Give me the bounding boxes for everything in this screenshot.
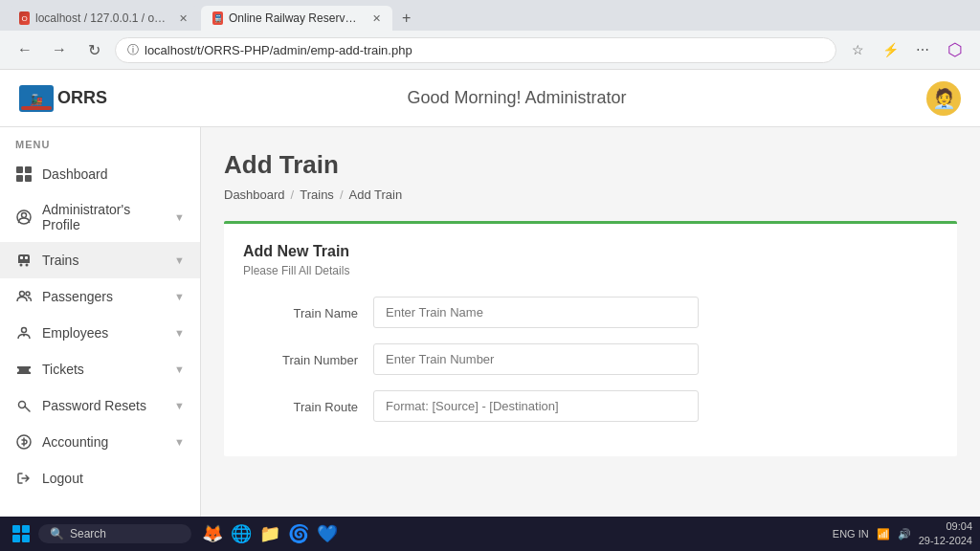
browser-tab-1[interactable]: O localhost / 127.0.0.1 / orrsphp / c...… <box>8 6 199 31</box>
svg-point-8 <box>22 213 27 218</box>
browser-tab-2[interactable]: 🚆 Online Railway Reservation Syste... ✕ <box>201 6 392 31</box>
forward-button[interactable]: → <box>46 36 73 63</box>
svg-point-13 <box>20 264 23 267</box>
sidebar-trains-label: Trains <box>42 253 165 268</box>
card-subtitle: Please Fill All Details <box>243 264 938 277</box>
taskbar-app-chrome[interactable]: 🌐 <box>228 520 255 547</box>
app-header: 🚂 ORRS Good Morning! Administrator 🧑‍💼 <box>0 70 980 127</box>
win-sq-4 <box>22 535 30 542</box>
back-button[interactable]: ← <box>11 36 38 63</box>
users-icon <box>15 288 33 305</box>
sidebar-item-passengers[interactable]: Passengers ▼ <box>0 278 200 315</box>
employees-arrow-icon: ▼ <box>174 327 185 339</box>
bookmark-button[interactable]: ☆ <box>844 36 871 63</box>
taskbar-search-text: Search <box>70 527 106 540</box>
sidebar-passengers-label: Passengers <box>42 289 165 304</box>
sidebar-item-trains[interactable]: Trains ▼ <box>0 242 200 278</box>
breadcrumb: Dashboard / Trains / Add Train <box>224 187 957 202</box>
svg-point-17 <box>22 328 27 333</box>
tickets-arrow-icon: ▼ <box>174 364 185 375</box>
browser-actions: ☆ ⚡ ⋯ ⬡ <box>844 36 969 63</box>
breadcrumb-trains[interactable]: Trains <box>300 187 334 202</box>
logo-text: ORRS <box>57 88 107 108</box>
train-icon <box>15 252 33 269</box>
sidebar-item-admin-profile[interactable]: Administrator's Profile ▼ <box>0 192 200 242</box>
tab2-close[interactable]: ✕ <box>372 12 381 25</box>
windows-start-button[interactable] <box>8 520 34 547</box>
taskbar: 🔍 Search 🦊 🌐 📁 🌀 💙 ENG IN 📶 🔊 09:04 29-1… <box>0 517 980 551</box>
win-sq-1 <box>12 525 20 533</box>
sidebar-item-accounting[interactable]: Accounting ▼ <box>0 424 200 460</box>
header-avatar[interactable]: 🧑‍💼 <box>926 81 961 116</box>
new-tab-button[interactable]: + <box>394 6 418 31</box>
win-sq-3 <box>12 535 20 542</box>
profile-button[interactable]: ⋯ <box>909 36 936 63</box>
svg-rect-2 <box>21 106 52 110</box>
address-bar[interactable]: ⓘ localhost/t/ORRS-PHP/admin/emp-add-tra… <box>115 37 836 63</box>
tab2-favicon: 🚆 <box>212 11 223 25</box>
svg-rect-6 <box>25 175 32 182</box>
sidebar-item-password-resets[interactable]: Password Resets ▼ <box>0 387 200 424</box>
logo-svg: 🚂 <box>19 85 54 112</box>
breadcrumb-sep-2: / <box>340 187 344 202</box>
sidebar-accounting-label: Accounting <box>42 434 165 450</box>
breadcrumb-dashboard[interactable]: Dashboard <box>224 187 285 202</box>
header-greeting: Good Morning! Administrator <box>407 88 626 108</box>
train-number-row: Train Number <box>243 343 938 375</box>
svg-text:🚂: 🚂 <box>30 93 43 106</box>
taskbar-sys: ENG IN 📶 🔊 09:04 29-12-2024 <box>833 519 972 549</box>
address-info-icon: ⓘ <box>127 42 139 58</box>
avatar-emoji: 🧑‍💼 <box>932 87 956 110</box>
taskbar-search[interactable]: 🔍 Search <box>38 524 191 543</box>
card-title: Add New Train <box>243 243 938 260</box>
date-display: 29-12-2024 <box>919 534 972 548</box>
extensions-button[interactable]: ⚡ <box>877 36 903 63</box>
breadcrumb-sep-1: / <box>291 187 295 202</box>
train-route-input[interactable] <box>373 390 699 422</box>
reload-button[interactable]: ↻ <box>80 36 107 63</box>
admin-profile-arrow-icon: ▼ <box>174 211 185 223</box>
page-title: Add Train <box>224 150 957 180</box>
browser-controls: ← → ↻ ⓘ localhost/t/ORRS-PHP/admin/emp-a… <box>0 31 980 69</box>
sidebar-item-employees[interactable]: Employees ▼ <box>0 315 200 351</box>
sidebar-item-logout[interactable]: Logout <box>0 460 200 496</box>
svg-rect-10 <box>20 256 23 259</box>
tab2-label: Online Railway Reservation Syste... <box>229 11 363 25</box>
tab1-label: localhost / 127.0.0.1 / orrsphp / c... <box>35 11 169 25</box>
breadcrumb-add-train: Add Train <box>349 187 403 202</box>
svg-rect-3 <box>16 166 23 173</box>
sidebar-menu-label: MENU <box>0 127 200 156</box>
taskbar-app-edge[interactable]: 🌀 <box>285 520 312 547</box>
taskbar-app-vscode[interactable]: 💙 <box>314 520 341 547</box>
logout-icon <box>15 470 33 487</box>
sidebar-logout-label: Logout <box>42 471 185 486</box>
dollar-icon <box>15 433 33 451</box>
sidebar-tickets-label: Tickets <box>42 362 165 377</box>
sidebar-employees-label: Employees <box>42 325 165 341</box>
speaker-icon: 🔊 <box>898 528 911 540</box>
svg-rect-5 <box>16 175 23 182</box>
sidebar-item-tickets[interactable]: Tickets ▼ <box>0 351 200 387</box>
svg-point-14 <box>26 264 29 267</box>
tab1-close[interactable]: ✕ <box>179 12 188 25</box>
taskbar-time: 09:04 29-12-2024 <box>919 519 972 549</box>
sidebar-password-resets-label: Password Resets <box>42 398 165 413</box>
browser-menu-button[interactable]: ⬡ <box>942 36 969 63</box>
passengers-arrow-icon: ▼ <box>174 291 185 302</box>
windows-logo <box>12 525 30 542</box>
password-resets-arrow-icon: ▼ <box>174 400 185 411</box>
train-name-row: Train Name <box>243 297 938 328</box>
train-number-input[interactable] <box>373 343 699 375</box>
taskbar-apps: 🦊 🌐 📁 🌀 💙 <box>199 520 341 547</box>
train-route-label: Train Route <box>243 390 358 414</box>
add-train-card: Add New Train Please Fill All Details Tr… <box>224 221 957 456</box>
svg-rect-4 <box>25 166 32 173</box>
key-icon <box>15 397 33 414</box>
train-name-label: Train Name <box>243 297 358 320</box>
train-name-input[interactable] <box>373 297 699 328</box>
sidebar-item-dashboard[interactable]: Dashboard <box>0 156 200 192</box>
ticket-icon <box>15 361 33 378</box>
wifi-icon: 📶 <box>877 528 890 540</box>
taskbar-app-firefox[interactable]: 🦊 <box>199 520 226 547</box>
taskbar-app-folder[interactable]: 📁 <box>256 520 283 547</box>
